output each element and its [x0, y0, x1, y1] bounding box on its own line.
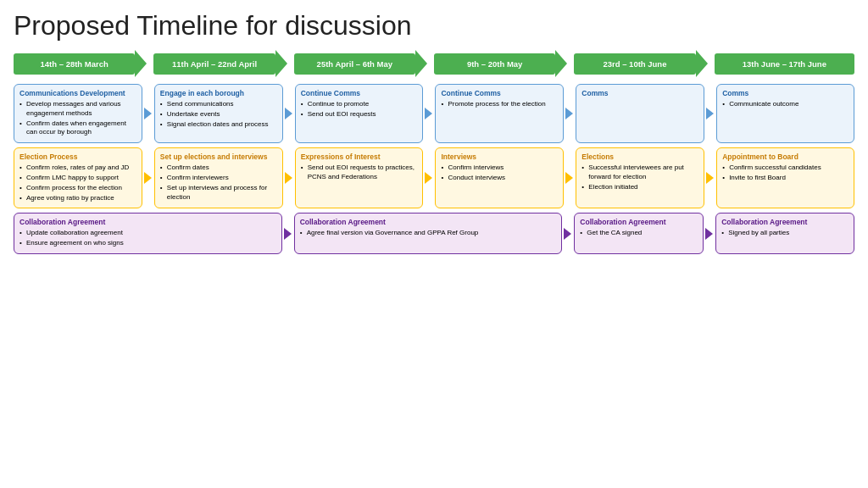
- election-row-title-4: Elections: [581, 152, 698, 161]
- election-row-card-0: Election ProcessConfirm roles, rates of …: [14, 147, 142, 208]
- election-row-unit-4: ElectionsSuccessful interviewees are put…: [576, 147, 714, 208]
- election-row-bullet-4: Election initiated: [581, 183, 698, 192]
- comms-row-title-4: Comms: [581, 89, 698, 97]
- phase-4: 23rd – 10th June: [574, 50, 714, 77]
- arrow-shape-3: [565, 172, 573, 184]
- collab-card-3: Collaboration AgreementSigned by all par…: [715, 213, 854, 254]
- comms-row-unit-0: Communications DevelopmentDevelop messag…: [14, 84, 152, 143]
- election-row-bullet-2: Send out EOI requests to practices, PCNS…: [301, 164, 418, 182]
- arrow-shape-0: [144, 172, 152, 184]
- comms-row-bullet-5: Communicate outcome: [722, 100, 849, 109]
- phase-1: 11th April – 22nd April: [153, 50, 293, 77]
- collab-unit-2: Collaboration AgreementGet the CA signed: [574, 213, 713, 254]
- comms-row-title-1: Engage in each borough: [160, 89, 277, 97]
- comms-row-bullet-2: Send out EOI requests: [301, 110, 418, 119]
- collab-unit-0: Collaboration AgreementUpdate collaborat…: [14, 213, 292, 254]
- collab-bullet-2: Get the CA signed: [580, 229, 698, 238]
- collab-title-3: Collaboration Agreement: [721, 218, 849, 226]
- comms-row-bullet-0: Develop messages and various engagement …: [19, 100, 136, 119]
- phase-3: 9th – 20th May: [434, 50, 574, 77]
- collab-arrow-0: [284, 213, 292, 254]
- phase-5: 13th June – 17th June: [715, 53, 854, 75]
- election-row-arrow-2: [425, 147, 432, 208]
- comms-row-arrow-4: [706, 84, 714, 143]
- arrow-shape-4: [706, 172, 714, 184]
- comms-row-card-0: Communications DevelopmentDevelop messag…: [14, 84, 142, 143]
- comms-row-unit-4: Comms: [576, 84, 714, 143]
- election-row-title-5: Appointment to Board: [722, 152, 849, 161]
- collab-title-1: Collaboration Agreement: [300, 218, 557, 226]
- arrow-shape-1: [285, 108, 292, 119]
- collab-title-0: Collaboration Agreement: [19, 218, 276, 226]
- comms-row-bullet-0: Confirm dates when engagement can occur …: [19, 119, 136, 138]
- election-row-card-4: ElectionsSuccessful interviewees are put…: [576, 147, 704, 208]
- phase-label-5: 13th June – 17th June: [715, 53, 854, 75]
- comms-row-card-2: Continue CommsContinue to promoteSend ou…: [295, 84, 424, 143]
- election-row-bullet-5: Confirm successful candidates: [722, 164, 849, 173]
- comms-row-card-5: CommsCommunicate outcome: [716, 84, 854, 143]
- election-row-bullet-5: Invite to first Board: [722, 174, 849, 183]
- election-row-bullet-0: Confirm process for the election: [19, 184, 136, 193]
- phase-label-1: 11th April – 22nd April: [153, 53, 275, 75]
- election-row-bullet-3: Confirm interviews: [441, 164, 558, 173]
- election-row-title-0: Election Process: [19, 152, 136, 161]
- election-row-arrow-4: [706, 147, 714, 208]
- election-row-card-5: Appointment to BoardConfirm successful c…: [716, 147, 854, 208]
- election-row-bullet-3: Conduct interviews: [441, 174, 558, 183]
- election-row-unit-2: Expressions of InterestSend out EOI requ…: [295, 147, 433, 208]
- election-row-unit-0: Election ProcessConfirm roles, rates of …: [14, 147, 152, 208]
- comms-row-card-1: Engage in each boroughSend communication…: [154, 84, 283, 143]
- comms-row: Communications DevelopmentDevelop messag…: [14, 84, 854, 143]
- phase-label-3: 9th – 20th May: [434, 53, 555, 75]
- collab-bullet-1: Agree final version via Governance and G…: [300, 229, 557, 238]
- phase-2: 25th April – 6th May: [294, 50, 434, 77]
- arrow-shape-2: [425, 108, 432, 119]
- comms-row-title-2: Continue Comms: [301, 89, 418, 97]
- collab-arrow-1: [564, 213, 571, 254]
- phase-header-row: 14th – 28th March11th April – 22nd April…: [14, 50, 854, 77]
- collab-bullet-0: Update collaboration agreement: [19, 229, 276, 238]
- comms-row-unit-5: CommsCommunicate outcome: [716, 84, 854, 143]
- election-row-bullet-4: Successful interviewees are put forward …: [581, 164, 698, 182]
- collab-card-1: Collaboration AgreementAgree final versi…: [294, 213, 563, 254]
- election-row-card-1: Set up elections and interviewsConfirm d…: [154, 147, 283, 208]
- phase-0: 14th – 28th March: [14, 50, 153, 77]
- phase-arrow-4: [696, 50, 708, 77]
- collab-row: Collaboration AgreementUpdate collaborat…: [14, 213, 854, 254]
- comms-row-unit-1: Engage in each boroughSend communication…: [154, 84, 292, 143]
- election-row-title-3: Interviews: [441, 152, 558, 161]
- phase-arrow-2: [415, 50, 427, 77]
- page-title: Proposed Timeline for discussion: [14, 10, 854, 42]
- election-row-bullet-1: Set up interviews and process for electi…: [160, 184, 277, 202]
- arrow-shape-2: [425, 172, 432, 184]
- arrow-shape-4: [706, 108, 714, 119]
- election-row-title-1: Set up elections and interviews: [160, 152, 277, 161]
- election-row-bullet-1: Confirm interviewers: [160, 174, 277, 183]
- election-row: Election ProcessConfirm roles, rates of …: [14, 147, 854, 208]
- comms-row-unit-3: Continue CommsPromote process for the el…: [435, 84, 573, 143]
- comms-row-title-3: Continue Comms: [441, 89, 558, 97]
- election-row-bullet-0: Agree voting ratio by practice: [19, 194, 136, 203]
- comms-row-arrow-0: [144, 84, 152, 143]
- phase-label-4: 23rd – 10th June: [574, 53, 695, 75]
- collab-title-2: Collaboration Agreement: [580, 218, 698, 226]
- phase-arrow-3: [555, 50, 567, 77]
- election-row-unit-1: Set up elections and interviewsConfirm d…: [154, 147, 292, 208]
- election-row-card-3: InterviewsConfirm interviewsConduct inte…: [435, 147, 564, 208]
- election-row-title-2: Expressions of Interest: [301, 152, 418, 161]
- comms-row-bullet-3: Promote process for the election: [441, 100, 558, 109]
- comms-row-card-4: Comms: [576, 84, 704, 143]
- comms-row-arrow-1: [285, 84, 292, 143]
- collab-unit-1: Collaboration AgreementAgree final versi…: [294, 213, 572, 254]
- election-row-bullet-0: Confirm roles, rates of pay and JD: [19, 164, 136, 173]
- collab-arrow-shape-2: [705, 228, 713, 240]
- election-row-card-2: Expressions of InterestSend out EOI requ…: [295, 147, 424, 208]
- phase-arrow-1: [275, 50, 287, 77]
- phase-arrow-0: [135, 50, 147, 77]
- comms-row-card-3: Continue CommsPromote process for the el…: [435, 84, 564, 143]
- election-row-bullet-0: Confirm LMC happy to support: [19, 174, 136, 183]
- comms-row-title-0: Communications Development: [19, 89, 136, 97]
- collab-card-0: Collaboration AgreementUpdate collaborat…: [14, 213, 282, 254]
- comms-row-arrow-2: [425, 84, 432, 143]
- arrow-shape-1: [285, 172, 292, 184]
